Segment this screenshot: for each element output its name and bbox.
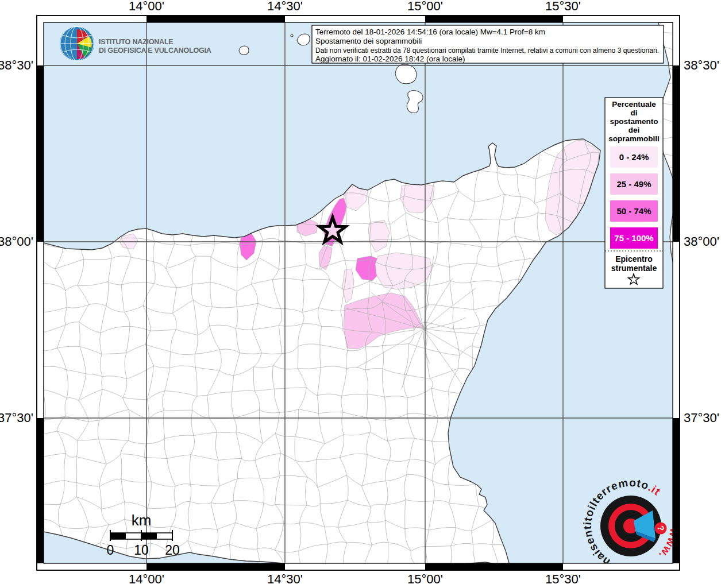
scale-bar-segment (141, 533, 157, 539)
frame-segment (425, 563, 563, 570)
legend-epicenter-line1: Epicentro (615, 254, 653, 264)
axis-label-top-14-00: 14°00' (129, 0, 164, 13)
frame-segment (673, 65, 680, 242)
frame-segment (673, 418, 680, 563)
axis-label-left-37-30: 37°30' (0, 411, 33, 425)
scale-tick-label: 0 (107, 543, 114, 558)
legend-swatch-label: 0 - 24% (619, 152, 649, 162)
map-content: km 0 10 20 ISTI (11, 14, 721, 588)
axis-label-right-37-30: 37°30' (684, 411, 719, 425)
ingv-name-line2: DI GEOFISICA E VULCANOLOGIA (99, 47, 211, 55)
frame-segment (37, 65, 44, 242)
legend-title-line: soprammobili (608, 134, 660, 143)
scale-tick-label: 10 (134, 543, 149, 558)
legend-title-line: di (631, 109, 638, 117)
macroseismic-map-page: km 0 10 20 ISTI (0, 0, 721, 588)
legend-swatch-label: 50 - 74% (616, 206, 651, 216)
legend-title-line: spostamento (610, 117, 658, 126)
frame-segment (146, 16, 285, 22)
frame-segment (425, 16, 563, 22)
ingv-name-line1: ISTITUTO NAZIONALE (99, 38, 173, 46)
axis-label-left-38-30: 38°30' (0, 58, 33, 72)
legend-epicenter-line2: strumentale (611, 264, 657, 273)
scale-bar-unit: km (132, 512, 152, 529)
axis-label-left-38-00: 38°00' (0, 234, 33, 249)
axis-label-bottom-14-30: 14°30' (267, 572, 303, 586)
event-info-line2: Spostamento dei soprammobili (315, 37, 422, 45)
frame-segment (146, 563, 285, 570)
legend-swatch-label: 25 - 49% (616, 179, 651, 189)
legend: Percentuale di spostamento dei soprammob… (605, 98, 663, 288)
legend-swatch-label: 75 - 100% (614, 233, 653, 243)
axis-label-right-38-30: 38°30' (684, 58, 719, 72)
event-info-box: Terremoto del 18-01-2026 14:54:16 (ora l… (312, 25, 664, 63)
island-speck (291, 34, 293, 37)
axis-label-bottom-15-30: 15°30' (545, 572, 581, 586)
island-alicudi (239, 46, 249, 55)
event-info-line3: Dati non verificati estratti da 78 quest… (315, 46, 659, 55)
legend-title-line: Percentuale (612, 100, 656, 109)
legend-title-line: dei (629, 126, 640, 134)
map-canvas: km 0 10 20 ISTI (0, 0, 721, 588)
axis-label-bottom-15-00: 15°00' (407, 572, 443, 586)
axis-label-top-14-30: 14°30' (267, 0, 303, 13)
scale-bar-segment (110, 533, 126, 539)
frame-segment (37, 418, 44, 563)
scale-tick-label: 20 (165, 543, 180, 558)
event-info-line1: Terremoto del 18-01-2026 14:54:16 (ora l… (315, 28, 545, 36)
axis-label-right-38-00: 38°00' (684, 234, 719, 249)
axis-label-top-15-00: 15°00' (407, 0, 443, 13)
event-info-line4: Aggiornato il: 01-02-2026 18:42 (ora loc… (315, 55, 465, 63)
axis-label-bottom-14-00: 14°00' (129, 572, 164, 586)
axis-label-top-15-30: 15°30' (545, 0, 581, 13)
island-salina (395, 64, 417, 84)
